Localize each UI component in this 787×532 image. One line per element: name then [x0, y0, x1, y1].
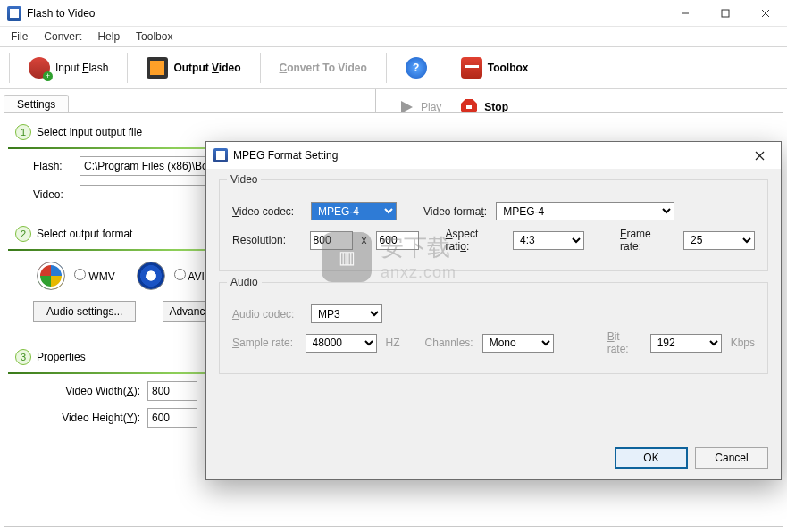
window-title: Flash to Video	[27, 7, 665, 20]
help-icon: ?	[406, 57, 427, 79]
app-icon	[7, 6, 21, 21]
channels-select[interactable]: Mono	[482, 334, 554, 353]
menu-file[interactable]: File	[4, 29, 35, 45]
sample-rate-select[interactable]: 48000	[306, 334, 377, 353]
video-input[interactable]	[80, 185, 222, 204]
aspect-ratio-select[interactable]: 4:3	[513, 231, 584, 250]
toolbox-icon	[461, 57, 482, 79]
menu-toolbox[interactable]: Toolbox	[129, 29, 180, 45]
resolution-height-input[interactable]	[376, 231, 419, 250]
step1-header: 1Select input output file	[15, 124, 772, 140]
tool-help[interactable]: ?	[389, 50, 444, 86]
svg-rect-1	[722, 10, 729, 17]
ok-button[interactable]: OK	[615, 447, 688, 469]
menu-convert[interactable]: Convert	[37, 29, 88, 45]
video-width-label: Video Width(X):	[51, 385, 140, 397]
resolution-width-input[interactable]	[310, 231, 353, 250]
video-height-input[interactable]	[147, 408, 197, 428]
mpeg-format-dialog: MPEG Format Setting Video Video codec: M…	[205, 141, 782, 480]
dialog-icon	[213, 148, 228, 162]
avi-radio[interactable]: AVI	[174, 269, 205, 283]
tool-output-video[interactable]: Output Video	[130, 50, 257, 86]
svg-rect-6	[466, 105, 472, 109]
cancel-button[interactable]: Cancel	[695, 447, 768, 469]
menu-help[interactable]: Help	[90, 29, 127, 45]
tab-settings[interactable]: Settings	[4, 95, 69, 114]
video-codec-select[interactable]: MPEG-4	[311, 202, 397, 220]
minimize-button[interactable]	[665, 0, 705, 27]
menubar: File Convert Help Toolbox	[0, 27, 787, 46]
video-width-input[interactable]	[147, 381, 197, 401]
flash-label: Flash:	[33, 160, 72, 172]
input-flash-icon: +	[29, 57, 50, 79]
toolbar: + Input Flash Output Video Convert To Vi…	[0, 46, 787, 89]
video-format-select[interactable]: MPEG-4	[496, 202, 674, 220]
flash-input[interactable]	[80, 156, 222, 176]
video-height-label: Video Height(Y):	[51, 411, 140, 424]
close-button[interactable]	[745, 0, 785, 27]
tool-convert-to-video: Convert To Video	[263, 50, 384, 86]
video-group: Video Video codec: MPEG-4 Video format: …	[219, 179, 768, 271]
dialog-titlebar: MPEG Format Setting	[206, 142, 781, 169]
audio-codec-select[interactable]: MP3	[311, 304, 382, 323]
dialog-title: MPEG Format Setting	[233, 149, 741, 162]
frame-rate-select[interactable]: 25	[683, 231, 755, 250]
tool-toolbox[interactable]: Toolbox	[444, 50, 546, 86]
wmv-radio[interactable]: WMV	[74, 269, 115, 283]
avi-icon	[137, 262, 165, 290]
maximize-button[interactable]	[705, 0, 745, 27]
tool-input-flash[interactable]: + Input Flash	[12, 50, 125, 86]
audio-group: Audio Audio codec: MP3 Sample rate: 4800…	[219, 282, 768, 374]
titlebar: Flash to Video	[0, 0, 787, 27]
audio-settings-button[interactable]: Audio settings...	[33, 301, 136, 322]
svg-marker-4	[401, 101, 413, 113]
wmv-icon	[37, 262, 65, 290]
bit-rate-select[interactable]: 192	[650, 334, 722, 353]
video-label: Video:	[33, 188, 72, 201]
dialog-close-button[interactable]	[741, 143, 777, 168]
output-video-icon	[147, 57, 168, 79]
